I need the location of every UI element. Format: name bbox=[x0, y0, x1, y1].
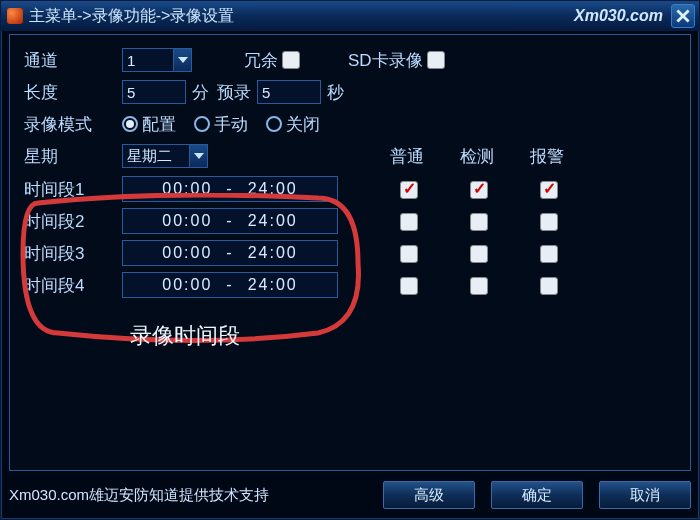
period-end: 24:00 bbox=[248, 180, 298, 198]
redundancy-label: 冗余 bbox=[244, 49, 278, 72]
period-start: 00:00 bbox=[162, 276, 212, 294]
support-text: Xm030.com雄迈安防知道提供技术支持 bbox=[9, 486, 367, 505]
form-body: 通道 冗余 SD卡录像 长度 分 预录 秒 录像模式 配置 手动 bbox=[9, 34, 691, 471]
close-icon bbox=[676, 9, 690, 23]
chevron-down-icon[interactable] bbox=[189, 145, 207, 167]
mode-config-radio[interactable] bbox=[122, 116, 138, 132]
period-time-input[interactable]: 00:00-24:00 bbox=[122, 272, 338, 298]
cancel-button[interactable]: 取消 bbox=[599, 481, 691, 509]
channel-label: 通道 bbox=[24, 49, 122, 72]
advanced-button[interactable]: 高级 bbox=[383, 481, 475, 509]
chevron-down-icon[interactable] bbox=[173, 49, 191, 71]
app-icon bbox=[7, 8, 23, 24]
length-input[interactable] bbox=[122, 80, 186, 104]
prerecord-input[interactable] bbox=[257, 80, 321, 104]
alarm-checkbox[interactable] bbox=[540, 245, 558, 263]
detect-checkbox[interactable] bbox=[470, 277, 488, 295]
period-row: 时间段400:00-24:00 bbox=[24, 269, 676, 301]
period-end: 24:00 bbox=[248, 276, 298, 294]
period-start: 00:00 bbox=[162, 180, 212, 198]
period-time-input[interactable]: 00:00-24:00 bbox=[122, 208, 338, 234]
mode-off-label: 关闭 bbox=[286, 113, 320, 136]
redundancy-checkbox[interactable] bbox=[282, 51, 300, 69]
settings-window: 主菜单->录像功能->录像设置 Xm030.com 通道 冗余 SD卡录像 长度… bbox=[0, 0, 700, 520]
normal-checkbox[interactable] bbox=[400, 245, 418, 263]
prerecord-unit: 秒 bbox=[327, 81, 344, 104]
close-button[interactable] bbox=[671, 4, 695, 28]
period-label: 时间段4 bbox=[24, 274, 122, 297]
period-start: 00:00 bbox=[162, 244, 212, 262]
breadcrumb-title: 主菜单->录像功能->录像设置 bbox=[29, 6, 234, 27]
mode-label: 录像模式 bbox=[24, 113, 122, 136]
ok-button[interactable]: 确定 bbox=[491, 481, 583, 509]
period-time-input[interactable]: 00:00-24:00 bbox=[122, 240, 338, 266]
period-row: 时间段300:00-24:00 bbox=[24, 237, 676, 269]
period-time-input[interactable]: 00:00-24:00 bbox=[122, 176, 338, 202]
col-detect-header: 检测 bbox=[442, 145, 512, 168]
normal-checkbox[interactable] bbox=[400, 277, 418, 295]
period-label: 时间段1 bbox=[24, 178, 122, 201]
sdrecord-checkbox[interactable] bbox=[427, 51, 445, 69]
period-row: 时间段100:00-24:00 bbox=[24, 173, 676, 205]
mode-config-label: 配置 bbox=[142, 113, 176, 136]
sdrecord-label: SD卡录像 bbox=[348, 49, 423, 72]
period-end: 24:00 bbox=[248, 212, 298, 230]
detect-checkbox[interactable] bbox=[470, 213, 488, 231]
normal-checkbox[interactable] bbox=[400, 181, 418, 199]
annotation-label: 录像时间段 bbox=[130, 321, 240, 351]
titlebar: 主菜单->录像功能->录像设置 Xm030.com bbox=[1, 1, 699, 31]
detect-checkbox[interactable] bbox=[470, 181, 488, 199]
alarm-checkbox[interactable] bbox=[540, 277, 558, 295]
period-label: 时间段3 bbox=[24, 242, 122, 265]
length-label: 长度 bbox=[24, 81, 122, 104]
prerecord-label: 预录 bbox=[217, 81, 251, 104]
footer: Xm030.com雄迈安防知道提供技术支持 高级 确定 取消 bbox=[9, 479, 691, 511]
period-row: 时间段200:00-24:00 bbox=[24, 205, 676, 237]
detect-checkbox[interactable] bbox=[470, 245, 488, 263]
alarm-checkbox[interactable] bbox=[540, 181, 558, 199]
mode-off-radio[interactable] bbox=[266, 116, 282, 132]
period-label: 时间段2 bbox=[24, 210, 122, 233]
alarm-checkbox[interactable] bbox=[540, 213, 558, 231]
week-label: 星期 bbox=[24, 145, 122, 168]
period-start: 00:00 bbox=[162, 212, 212, 230]
length-unit: 分 bbox=[192, 81, 209, 104]
mode-manual-label: 手动 bbox=[214, 113, 248, 136]
col-normal-header: 普通 bbox=[372, 145, 442, 168]
normal-checkbox[interactable] bbox=[400, 213, 418, 231]
watermark: Xm030.com bbox=[574, 7, 663, 25]
mode-manual-radio[interactable] bbox=[194, 116, 210, 132]
col-alarm-header: 报警 bbox=[512, 145, 582, 168]
period-end: 24:00 bbox=[248, 244, 298, 262]
